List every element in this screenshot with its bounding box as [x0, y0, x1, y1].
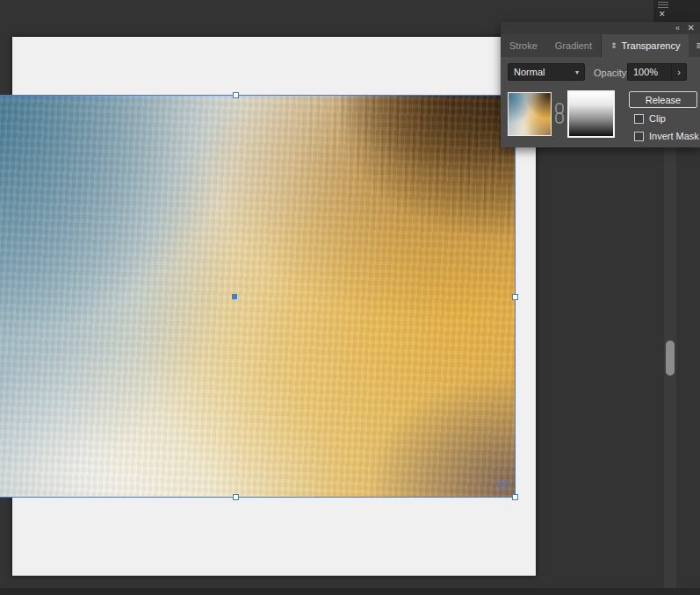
paint-streaks-texture [286, 95, 515, 248]
panel-menu-icon[interactable]: ≡ [689, 34, 700, 57]
blend-mode-dropdown[interactable]: Normal ▾ [508, 63, 585, 81]
release-button[interactable]: Release [629, 91, 697, 108]
opacity-value: 100% [633, 67, 658, 77]
panel-content: Normal ▾ Opacity: 100% › Release [501, 57, 700, 147]
selection-center-point[interactable] [232, 294, 237, 299]
selection-handle-top-center[interactable] [233, 92, 239, 98]
opacity-label: Opacity: [594, 68, 629, 78]
clip-checkbox[interactable] [634, 114, 644, 124]
tab-transparency[interactable]: ⇕ Transparency [601, 34, 689, 57]
clip-checkbox-label: Clip [649, 113, 666, 124]
opacity-mask-thumbnail[interactable] [567, 90, 615, 138]
selection-target-indicator[interactable] [497, 479, 508, 490]
panel-collapse-icon[interactable]: « [675, 23, 679, 33]
window-bottom-edge [0, 588, 700, 595]
panel-tab-bar: Stroke Gradient ⇕ Transparency ≡ [501, 34, 700, 57]
selection-edge-top [0, 95, 515, 96]
selection-edge-bottom [0, 497, 515, 498]
invert-mask-checkbox-label: Invert Mask [649, 131, 699, 141]
chevron-right-icon: › [677, 67, 681, 77]
selection-handle-right-middle[interactable] [512, 294, 518, 300]
link-icon[interactable] [554, 103, 565, 124]
vertical-scrollbar-thumb[interactable] [666, 341, 675, 376]
blend-mode-value: Normal [514, 67, 545, 77]
collapsed-panel-fragment: ✕ [653, 0, 700, 23]
fragment-close-icon[interactable]: ✕ [659, 9, 666, 19]
opacity-input[interactable]: 100% [627, 63, 671, 81]
tab-cycle-icon: ⇕ [610, 41, 617, 50]
selection-handle-bottom-center[interactable] [233, 494, 239, 500]
invert-mask-checkbox[interactable] [634, 132, 644, 141]
tab-stroke[interactable]: Stroke [501, 34, 546, 57]
application-window: ✕ « ✕ Stroke Gradient ⇕ Transparency ≡ N… [0, 0, 700, 595]
panel-header: « ✕ [501, 22, 700, 34]
placed-image[interactable] [0, 95, 515, 497]
tab-transparency-label: Transparency [622, 40, 681, 51]
panel-list-icon [658, 2, 668, 9]
selection-handle-bottom-right[interactable] [512, 494, 518, 500]
tab-gradient[interactable]: Gradient [546, 34, 601, 57]
panel-close-icon[interactable]: ✕ [688, 23, 695, 33]
transparency-panel: « ✕ Stroke Gradient ⇕ Transparency ≡ Nor… [501, 22, 700, 147]
artwork-thumbnail[interactable] [508, 92, 552, 136]
chevron-down-icon: ▾ [575, 68, 579, 76]
opacity-stepper-button[interactable]: › [671, 63, 687, 81]
release-button-label: Release [646, 95, 681, 105]
